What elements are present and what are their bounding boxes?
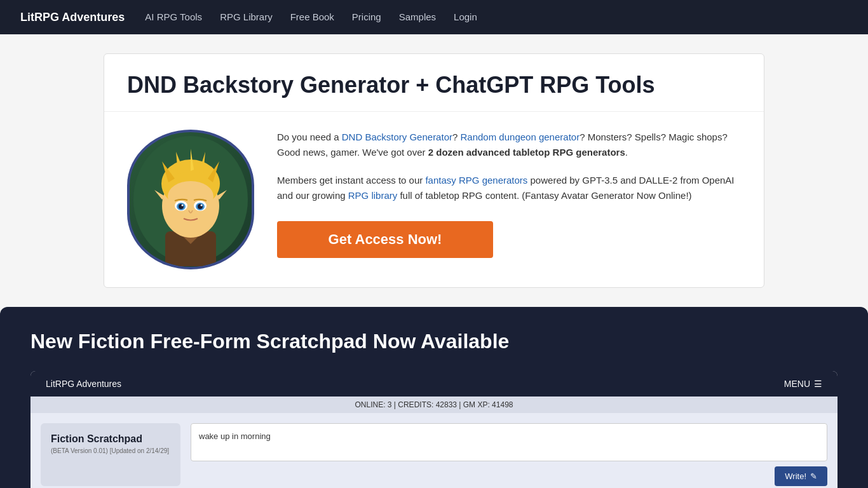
hamburger-icon: ☰	[814, 379, 822, 389]
nav-links: AI RPG Tools RPG Library Free Book Prici…	[145, 11, 477, 23]
nav-ai-rpg-tools[interactable]: AI RPG Tools	[145, 11, 202, 22]
nav-free-book[interactable]: Free Book	[290, 11, 334, 22]
inner-navbar: LitRPG Adventures MENU ☰	[31, 371, 837, 396]
dnd-backstory-link[interactable]: DND Backstory Generator	[342, 132, 452, 142]
nav-samples[interactable]: Samples	[399, 11, 436, 22]
navbar: LitRPG Adventures AI RPG Tools RPG Libra…	[0, 0, 868, 34]
dozen-highlight: 2 dozen advanced tabletop RPG generators	[428, 147, 625, 158]
status-bar: ONLINE: 3 | CREDITS: 42833 | GM XP: 4149…	[31, 396, 837, 413]
svg-point-21	[201, 205, 203, 207]
hero-description-2: Members get instant access to our fantas…	[277, 173, 741, 203]
hero-body: Do you need a DND Backstory Generator? R…	[104, 112, 764, 287]
site-brand[interactable]: LitRPG Adventures	[20, 11, 125, 24]
inner-menu-button[interactable]: MENU ☰	[784, 379, 822, 389]
nav-login[interactable]: Login	[454, 11, 477, 22]
inner-brand: LitRPG Adventures	[46, 379, 121, 389]
svg-point-20	[182, 205, 184, 207]
sidebar-panel-title: Fiction Scratchpad	[51, 433, 170, 445]
inner-content-area: Fiction Scratchpad (BETA Version 0.01) […	[31, 413, 837, 488]
nav-pricing[interactable]: Pricing	[352, 11, 381, 22]
get-access-button[interactable]: Get Access Now!	[277, 221, 493, 258]
rpg-library-link[interactable]: RPG library	[348, 190, 398, 201]
svg-point-13	[168, 181, 214, 212]
random-dungeon-link[interactable]: Random dungeon generator	[461, 132, 580, 142]
scratchpad-section: New Fiction Free-Form Scratchpad Now Ava…	[0, 307, 868, 488]
sidebar-panel: Fiction Scratchpad (BETA Version 0.01) […	[41, 423, 180, 486]
hero-description-1: Do you need a DND Backstory Generator? R…	[277, 130, 741, 160]
menu-label: MENU	[784, 379, 810, 389]
textarea-content: wake up in morning	[199, 431, 271, 441]
write-button[interactable]: Write! ✎	[775, 466, 827, 486]
inner-app-mockup: LitRPG Adventures MENU ☰ ONLINE: 3 | CRE…	[31, 371, 837, 488]
write-button-label: Write!	[785, 471, 806, 481]
hero-content: Do you need a DND Backstory Generator? R…	[277, 130, 741, 258]
avatar	[127, 130, 254, 269]
main-panel: wake up in morning Write! ✎	[191, 423, 827, 486]
fantasy-rpg-link[interactable]: fantasy RPG generators	[425, 175, 527, 186]
nav-rpg-library[interactable]: RPG Library	[220, 11, 273, 22]
fiction-textarea[interactable]: wake up in morning	[191, 423, 827, 461]
hero-card: DND Backstory Generator + ChatGPT RPG To…	[104, 53, 764, 288]
hero-title: DND Backstory Generator + ChatGPT RPG To…	[104, 54, 764, 112]
sidebar-panel-sub: (BETA Version 0.01) [Updated on 2/14/29]	[51, 447, 170, 454]
write-icon: ✎	[810, 471, 817, 481]
scratchpad-title: New Fiction Free-Form Scratchpad Now Ava…	[31, 330, 837, 353]
